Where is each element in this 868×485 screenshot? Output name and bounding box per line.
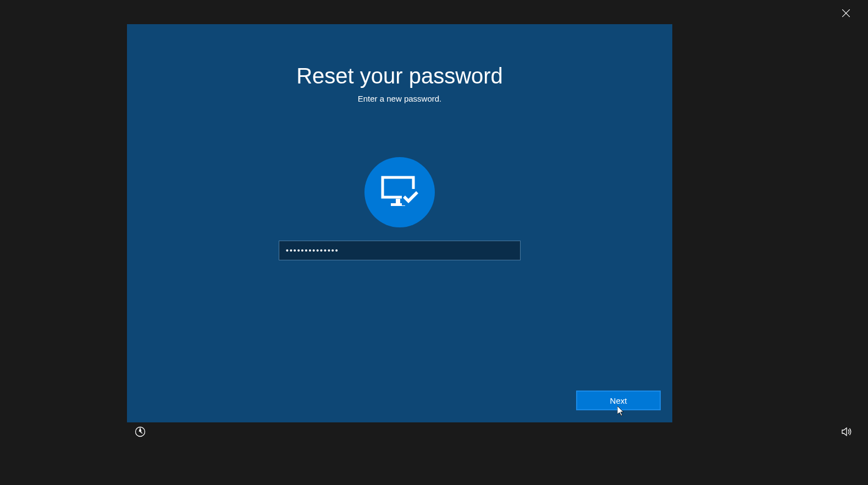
page-title: Reset your password [127, 64, 672, 88]
svg-line-7 [140, 432, 142, 433]
volume-icon [841, 426, 852, 439]
reset-password-panel: Reset your password Enter a new password… [127, 24, 672, 422]
next-button[interactable]: Next [576, 391, 661, 410]
account-avatar [364, 157, 435, 227]
page-subtitle: Enter a new password. [127, 94, 672, 103]
volume-button[interactable] [840, 426, 853, 439]
close-button[interactable] [839, 8, 853, 21]
ease-of-access-icon [135, 426, 146, 439]
svg-rect-3 [396, 199, 400, 203]
ease-of-access-button[interactable] [134, 426, 147, 439]
new-password-input[interactable] [279, 241, 521, 260]
monitor-check-icon [381, 176, 418, 209]
close-icon [842, 9, 850, 19]
